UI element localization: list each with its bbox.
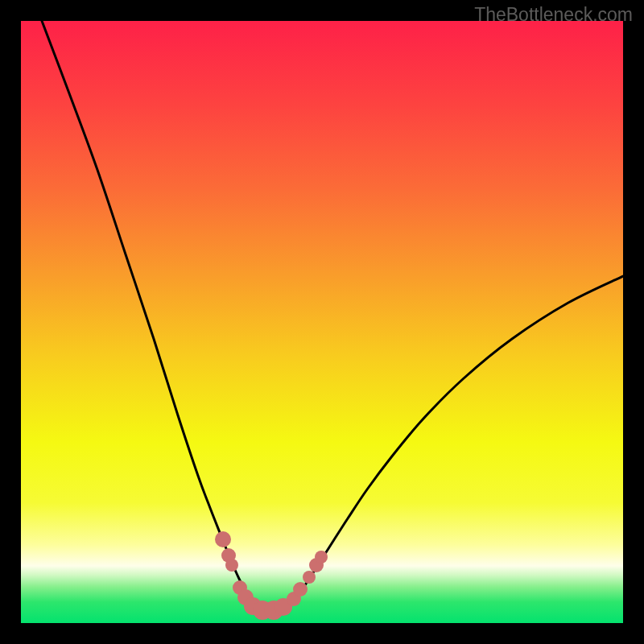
bottleneck-curve: [21, 21, 623, 623]
curve-marker: [225, 559, 238, 572]
curve-marker: [215, 531, 231, 547]
curve-marker: [293, 582, 308, 597]
plot-area: [21, 21, 623, 623]
curve-marker: [315, 551, 328, 564]
chart-frame: TheBottleneck.com: [0, 0, 644, 644]
curve-marker: [303, 571, 316, 584]
attribution-watermark: TheBottleneck.com: [474, 4, 633, 26]
